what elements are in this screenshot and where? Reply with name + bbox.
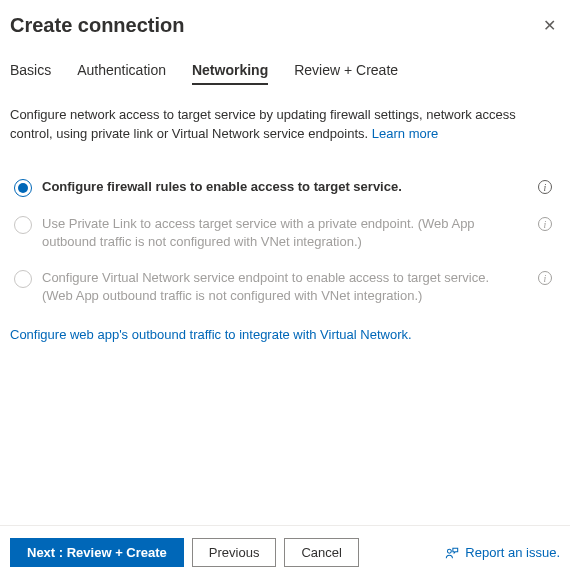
tab-strip: Basics Authentication Networking Review … [10,56,560,84]
option-firewall[interactable]: Configure firewall rules to enable acces… [10,172,560,209]
next-button[interactable]: Next : Review + Create [10,538,184,567]
tab-authentication[interactable]: Authentication [77,56,166,84]
person-feedback-icon [445,546,459,560]
dialog-title: Create connection [10,14,184,37]
svg-point-0 [448,549,452,553]
radio-icon [14,270,32,288]
description-text: Configure network access to target servi… [10,107,516,141]
cancel-button[interactable]: Cancel [284,538,358,567]
info-icon[interactable]: i [538,180,552,194]
option-firewall-label: Configure firewall rules to enable acces… [42,178,528,196]
tab-basics[interactable]: Basics [10,56,51,84]
report-issue-label: Report an issue. [465,545,560,560]
option-vnet-endpoint: Configure Virtual Network service endpoi… [10,263,560,317]
radio-icon[interactable] [14,179,32,197]
learn-more-link[interactable]: Learn more [372,126,438,141]
previous-button[interactable]: Previous [192,538,277,567]
close-icon[interactable]: ✕ [539,14,560,38]
tab-review-create[interactable]: Review + Create [294,56,398,84]
tab-networking[interactable]: Networking [192,56,268,84]
tab-description: Configure network access to target servi… [10,84,560,144]
dialog-footer: Next : Review + Create Previous Cancel R… [0,525,570,585]
option-private-link-label: Use Private Link to access target servic… [42,215,528,251]
configure-outbound-link[interactable]: Configure web app's outbound traffic to … [10,317,560,342]
networking-options: Configure firewall rules to enable acces… [10,144,560,318]
info-icon[interactable]: i [538,271,552,285]
option-vnet-endpoint-label: Configure Virtual Network service endpoi… [42,269,528,305]
option-private-link: Use Private Link to access target servic… [10,209,560,263]
radio-icon [14,216,32,234]
report-issue-link[interactable]: Report an issue. [445,545,560,560]
dialog-header: Create connection ✕ [10,10,560,56]
info-icon[interactable]: i [538,217,552,231]
